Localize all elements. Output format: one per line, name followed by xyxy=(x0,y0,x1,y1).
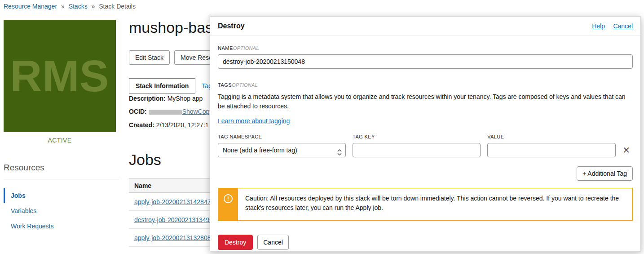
name-field-block: NAMEOPTIONAL xyxy=(218,44,633,69)
tag-value-col: VALUE xyxy=(487,134,616,157)
cancel-link[interactable]: Cancel xyxy=(613,22,633,30)
select-updown-icon xyxy=(337,147,342,160)
tags-label: TAGS xyxy=(218,82,232,88)
tag-value-input[interactable] xyxy=(487,143,616,157)
name-optional-label: OPTIONAL xyxy=(233,45,259,51)
ocid-redacted-value xyxy=(149,110,182,115)
modal-header-links: Help Cancel xyxy=(586,22,633,30)
created-label: Created: xyxy=(129,121,154,129)
job-link[interactable]: destroy-job-20200213134957 xyxy=(134,216,216,223)
edit-stack-button[interactable]: Edit Stack xyxy=(129,50,170,65)
description-label: Description: xyxy=(129,95,166,102)
status-badge: ACTIVE xyxy=(4,137,116,144)
created-line: Created:2/13/2020, 12:27:1 xyxy=(129,121,209,129)
stack-tabs: Stack Information Tags xyxy=(129,78,221,94)
additional-tag-button[interactable]: + Additional Tag xyxy=(577,166,633,181)
remove-tag-icon[interactable]: ✕ xyxy=(622,143,633,157)
sidebar-item-work-requests[interactable]: Work Requests xyxy=(4,218,119,234)
tag-namespace-selected-value: None (add a free-form tag) xyxy=(223,147,297,154)
name-field-label: NAME xyxy=(218,45,233,51)
modal-title: Destroy xyxy=(218,22,245,30)
tag-namespace-col: TAG NAMESPACE None (add a free-form tag) xyxy=(218,134,346,157)
stack-details-screen: Resource Manager » Stacks » Stack Detail… xyxy=(0,0,644,254)
resources-heading: Resources xyxy=(4,163,119,179)
tag-key-col: TAG KEY xyxy=(353,134,481,157)
add-tag-row: + Additional Tag xyxy=(218,166,633,181)
tags-description: Tagging is a metadata system that allows… xyxy=(218,92,633,111)
stack-logo-text: RMS xyxy=(10,51,110,102)
jobs-heading: Jobs xyxy=(129,151,161,169)
breadcrumb: Resource Manager » Stacks » Stack Detail… xyxy=(4,3,136,10)
breadcrumb-link-stacks[interactable]: Stacks xyxy=(69,3,88,10)
destroy-modal: Destroy Help Cancel NAMEOPTIONAL TAGSOPT… xyxy=(210,16,641,252)
ocid-line: OCID:ShowCopy xyxy=(129,108,212,115)
tag-value-label: VALUE xyxy=(487,134,616,139)
learn-more-tagging-link[interactable]: Learn more about tagging xyxy=(218,117,290,125)
description-value: MyShop app xyxy=(168,95,203,102)
ocid-show-link[interactable]: Show xyxy=(182,108,198,115)
stack-logo: RMS xyxy=(4,20,116,132)
caution-stripe: ! xyxy=(218,188,238,220)
modal-header: Destroy Help Cancel xyxy=(210,17,640,36)
breadcrumb-separator: » xyxy=(92,3,95,10)
tag-namespace-select[interactable]: None (add a free-form tag) xyxy=(218,143,346,157)
job-link[interactable]: apply-job-20200213132808 xyxy=(134,234,211,241)
breadcrumb-current: Stack Details xyxy=(99,3,136,10)
destroy-button[interactable]: Destroy xyxy=(218,235,253,250)
description-line: Description:MyShop app xyxy=(129,95,203,102)
tag-namespace-label: TAG NAMESPACE xyxy=(218,134,346,139)
job-link[interactable]: apply-job-20200213142847 xyxy=(134,198,211,205)
tag-key-label: TAG KEY xyxy=(353,134,481,139)
tag-row: TAG NAMESPACE None (add a free-form tag)… xyxy=(218,134,633,157)
sidebar-item-jobs[interactable]: Jobs xyxy=(4,188,119,203)
tags-section: TAGSOPTIONAL Tagging is a metadata syste… xyxy=(218,80,633,181)
caution-text: Caution: All resources deployed by this … xyxy=(238,188,632,220)
breadcrumb-link-resource-manager[interactable]: Resource Manager xyxy=(4,3,57,10)
tab-stack-information[interactable]: Stack Information xyxy=(129,78,195,94)
tag-key-input[interactable] xyxy=(353,143,481,157)
modal-body: NAMEOPTIONAL TAGSOPTIONAL Tagging is a m… xyxy=(210,36,640,250)
warning-icon: ! xyxy=(224,194,233,203)
cancel-button[interactable]: Cancel xyxy=(257,235,289,250)
tags-optional-label: OPTIONAL xyxy=(232,82,258,88)
ocid-label: OCID: xyxy=(129,108,147,115)
help-link[interactable]: Help xyxy=(592,22,605,30)
created-value: 2/13/2020, 12:27:1 xyxy=(156,121,209,129)
breadcrumb-separator: » xyxy=(61,3,65,10)
caution-banner: ! Caution: All resources deployed by thi… xyxy=(218,188,633,221)
name-input[interactable] xyxy=(218,54,633,69)
modal-footer: Destroy Cancel xyxy=(218,235,633,250)
sidebar-item-variables[interactable]: Variables xyxy=(4,203,119,218)
resources-sidebar: Jobs Variables Work Requests xyxy=(4,188,119,234)
